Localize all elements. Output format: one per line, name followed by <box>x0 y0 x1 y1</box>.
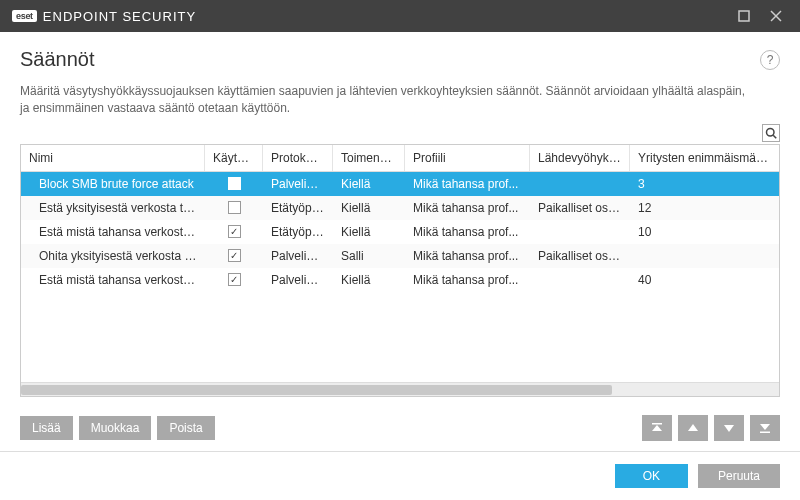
close-icon <box>770 10 782 22</box>
cell-source-zones: Paikalliset osoit... <box>530 201 630 215</box>
titlebar: eset ENDPOINT SECURITY <box>0 0 800 32</box>
edit-button[interactable]: Muokkaa <box>79 416 152 440</box>
cell-name: Estä yksityisestä verkosta tul... <box>21 201 205 215</box>
table-row[interactable]: Estä mistä tahansa verkosta ...Etätyöpöy… <box>21 220 779 244</box>
move-bottom-icon <box>759 422 771 434</box>
col-header-source-zones[interactable]: Lähdevyöhykkeet <box>530 145 630 171</box>
cell-protocol: Palvelim... <box>263 273 333 287</box>
cell-enabled <box>205 201 263 214</box>
move-up-button[interactable] <box>678 415 708 441</box>
minimize-icon <box>738 10 750 22</box>
table-header: Nimi Käytössä Protokolla Toimenpide Prof… <box>21 145 779 172</box>
table-row[interactable]: Estä yksityisestä verkosta tul...Etätyöp… <box>21 196 779 220</box>
svg-marker-7 <box>688 424 698 431</box>
cell-enabled <box>205 249 263 262</box>
svg-point-3 <box>767 128 775 136</box>
cell-protocol: Etätyöpöyt... <box>263 201 333 215</box>
close-button[interactable] <box>760 0 792 32</box>
cell-name: Estä mistä tahansa verkosta ... <box>21 225 205 239</box>
col-header-max-attempts[interactable]: Yritysten enimmäismäärä <box>630 145 779 171</box>
svg-rect-0 <box>739 11 749 21</box>
ok-button[interactable]: OK <box>615 464 688 488</box>
cell-source-zones: Paikalliset osoit... <box>530 249 630 263</box>
col-header-action[interactable]: Toimenpide <box>333 145 405 171</box>
brand-product: ENDPOINT SECURITY <box>43 9 196 24</box>
col-header-enabled[interactable]: Käytössä <box>205 145 263 171</box>
footer: OK Peruuta <box>0 451 800 500</box>
cell-name: Estä mistä tahansa verkosta ... <box>21 273 205 287</box>
toolbar: Lisää Muokkaa Poista <box>0 407 800 451</box>
table-row[interactable]: Block SMB brute force attackPalvelim...K… <box>21 172 779 196</box>
move-up-icon <box>687 422 699 434</box>
move-bottom-button[interactable] <box>750 415 780 441</box>
svg-rect-5 <box>652 423 662 425</box>
move-down-button[interactable] <box>714 415 744 441</box>
rules-table: Nimi Käytössä Protokolla Toimenpide Prof… <box>20 144 780 397</box>
add-button[interactable]: Lisää <box>20 416 73 440</box>
cell-action: Salli <box>333 249 405 263</box>
cell-max-attempts: 10 <box>630 225 779 239</box>
col-header-protocol[interactable]: Protokolla <box>263 145 333 171</box>
enabled-checkbox[interactable] <box>228 201 241 214</box>
cell-protocol: Etätyöpöyt... <box>263 225 333 239</box>
svg-marker-9 <box>760 424 770 430</box>
table-body: Block SMB brute force attackPalvelim...K… <box>21 172 779 382</box>
cell-profile: Mikä tahansa prof... <box>405 249 530 263</box>
cell-protocol: Palvelim... <box>263 249 333 263</box>
cell-profile: Mikä tahansa prof... <box>405 225 530 239</box>
cell-profile: Mikä tahansa prof... <box>405 273 530 287</box>
search-icon <box>765 127 777 139</box>
enabled-checkbox[interactable] <box>228 177 241 190</box>
cell-profile: Mikä tahansa prof... <box>405 201 530 215</box>
move-top-button[interactable] <box>642 415 672 441</box>
minimize-button[interactable] <box>728 0 760 32</box>
enabled-checkbox[interactable] <box>228 249 241 262</box>
cell-name: Block SMB brute force attack <box>21 177 205 191</box>
table-row[interactable]: Estä mistä tahansa verkosta ...Palvelim.… <box>21 268 779 292</box>
cell-profile: Mikä tahansa prof... <box>405 177 530 191</box>
cell-max-attempts: 3 <box>630 177 779 191</box>
cell-action: Kiellä <box>333 201 405 215</box>
cell-max-attempts: 40 <box>630 273 779 287</box>
move-top-icon <box>651 422 663 434</box>
svg-marker-8 <box>724 425 734 432</box>
enabled-checkbox[interactable] <box>228 225 241 238</box>
cell-action: Kiellä <box>333 273 405 287</box>
brand-badge: eset <box>12 10 37 22</box>
cell-protocol: Palvelim... <box>263 177 333 191</box>
enabled-checkbox[interactable] <box>228 273 241 286</box>
cell-action: Kiellä <box>333 225 405 239</box>
scrollbar-thumb[interactable] <box>21 385 612 395</box>
cancel-button[interactable]: Peruuta <box>698 464 780 488</box>
cell-name: Ohita yksityisestä verkosta t... <box>21 249 205 263</box>
cell-enabled <box>205 177 263 190</box>
cell-enabled <box>205 225 263 238</box>
move-down-icon <box>723 422 735 434</box>
search-button[interactable] <box>762 124 780 142</box>
cell-max-attempts: 12 <box>630 201 779 215</box>
page-title: Säännöt <box>20 48 95 71</box>
delete-button[interactable]: Poista <box>157 416 214 440</box>
svg-marker-6 <box>652 425 662 431</box>
svg-line-4 <box>773 135 776 138</box>
table-row[interactable]: Ohita yksityisestä verkosta t...Palvelim… <box>21 244 779 268</box>
svg-rect-10 <box>760 432 770 434</box>
cell-action: Kiellä <box>333 177 405 191</box>
cell-enabled <box>205 273 263 286</box>
header: Säännöt ? <box>0 32 800 83</box>
col-header-profile[interactable]: Profiili <box>405 145 530 171</box>
help-button[interactable]: ? <box>760 50 780 70</box>
description-text: Määritä väsytyshyökkäyssuojauksen käyttä… <box>20 83 780 118</box>
col-header-name[interactable]: Nimi <box>21 145 205 171</box>
horizontal-scrollbar[interactable] <box>21 382 779 396</box>
help-icon: ? <box>767 53 774 67</box>
